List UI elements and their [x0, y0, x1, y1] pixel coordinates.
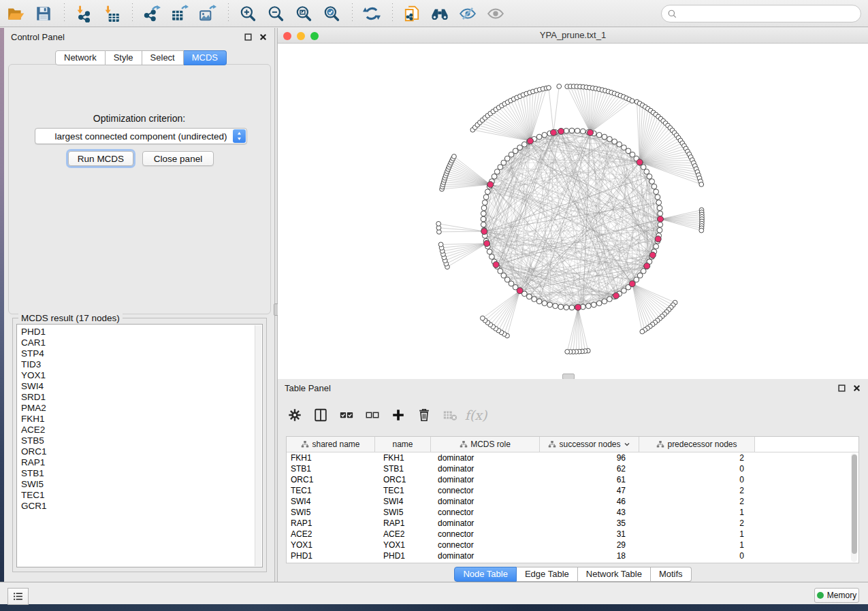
- mcds-result-item[interactable]: CAR1: [21, 337, 262, 348]
- tab-network-table[interactable]: Network Table: [578, 567, 651, 582]
- graph-node[interactable]: [602, 134, 607, 139]
- select-all-rows-button[interactable]: [338, 406, 355, 424]
- clone-network-button[interactable]: [402, 3, 422, 24]
- search-binoculars-button[interactable]: [430, 3, 450, 24]
- mcds-result-item[interactable]: STB5: [21, 435, 262, 446]
- graph-node[interactable]: [656, 200, 662, 205]
- graph-node[interactable]: [521, 142, 527, 147]
- graph-node[interactable]: [569, 128, 575, 133]
- table-scrollbar-thumb[interactable]: [852, 455, 857, 554]
- maximize-window-icon[interactable]: [310, 32, 319, 40]
- table-row[interactable]: FKH1FKH1dominator962: [287, 452, 858, 463]
- table-row[interactable]: ORC1ORC1dominator610: [287, 474, 858, 485]
- deselect-all-rows-button[interactable]: [364, 406, 381, 424]
- graph-dominator-node[interactable]: [550, 129, 556, 135]
- graph-node[interactable]: [481, 216, 486, 222]
- tab-style[interactable]: Style: [106, 50, 142, 65]
- mcds-list-scrollbar[interactable]: [255, 325, 261, 566]
- graph-dominator-node[interactable]: [629, 281, 635, 287]
- tab-select[interactable]: Select: [142, 50, 184, 65]
- graph-dominator-node[interactable]: [484, 240, 490, 246]
- table-row[interactable]: SWI5SWI5connector431: [287, 507, 858, 518]
- graph-node[interactable]: [647, 174, 652, 179]
- close-window-icon[interactable]: [283, 32, 291, 40]
- mcds-result-item[interactable]: GCR1: [21, 501, 262, 512]
- network-canvas[interactable]: [278, 44, 868, 379]
- mcds-result-item[interactable]: STB1: [21, 468, 262, 479]
- tab-mcds[interactable]: MCDS: [184, 50, 227, 65]
- table-row[interactable]: SWI4SWI4dominator462: [287, 496, 858, 507]
- refresh-layout-button[interactable]: [361, 3, 382, 24]
- close-panel-icon[interactable]: [259, 33, 268, 42]
- graph-node[interactable]: [575, 128, 580, 133]
- graph-dominator-node[interactable]: [655, 236, 661, 242]
- graph-dominator-node[interactable]: [637, 159, 643, 165]
- mcds-result-item[interactable]: SWI4: [21, 381, 262, 392]
- delete-row-button[interactable]: [415, 406, 433, 424]
- hide-selected-button[interactable]: [457, 3, 478, 24]
- export-image-button[interactable]: [197, 3, 218, 24]
- graph-node[interactable]: [591, 302, 596, 308]
- mcds-result-item[interactable]: SWI5: [21, 479, 262, 490]
- graph-node[interactable]: [622, 288, 627, 293]
- graph-node[interactable]: [658, 211, 663, 216]
- panel-list-button[interactable]: [7, 588, 29, 605]
- graph-node[interactable]: [481, 205, 487, 211]
- search-box[interactable]: [661, 5, 861, 22]
- column-selector-button[interactable]: [312, 406, 329, 424]
- column-header-name[interactable]: name: [375, 437, 431, 452]
- graph-node[interactable]: [602, 299, 607, 304]
- graph-leaf-node[interactable]: [699, 228, 704, 233]
- table-row[interactable]: TEC1TEC1connector472: [287, 485, 858, 496]
- graph-node[interactable]: [483, 195, 489, 200]
- export-network-button[interactable]: [142, 3, 162, 24]
- close-panel-button[interactable]: Close panel: [142, 151, 214, 166]
- zoom-fit-button[interactable]: [293, 3, 314, 24]
- graph-node[interactable]: [585, 303, 591, 309]
- graph-dominator-node[interactable]: [558, 128, 564, 134]
- graph-node[interactable]: [564, 305, 569, 310]
- zoom-out-button[interactable]: [266, 3, 286, 24]
- graph-dominator-node[interactable]: [575, 304, 581, 310]
- graph-node[interactable]: [553, 303, 558, 309]
- graph-node[interactable]: [558, 304, 564, 310]
- mcds-result-item[interactable]: PHD1: [21, 327, 262, 337]
- graph-node[interactable]: [481, 222, 486, 227]
- mcds-result-list[interactable]: PHD1CAR1STP4TID3YOX1SWI4SRD1PMA2FKH1ACE2…: [16, 324, 263, 567]
- graph-node[interactable]: [536, 134, 542, 139]
- graph-node[interactable]: [542, 132, 547, 137]
- minimize-window-icon[interactable]: [297, 32, 305, 40]
- graph-leaf-node[interactable]: [640, 329, 645, 334]
- graph-node[interactable]: [607, 297, 612, 302]
- graph-node[interactable]: [654, 189, 659, 195]
- graph-node[interactable]: [482, 200, 487, 205]
- table-row[interactable]: PHD1PHD1dominator180: [287, 550, 858, 561]
- tab-edge-table[interactable]: Edge Table: [517, 567, 578, 582]
- graph-leaf-node[interactable]: [547, 86, 551, 90]
- memory-button[interactable]: Memory: [814, 588, 859, 603]
- graph-node[interactable]: [532, 297, 537, 302]
- graph-leaf-node[interactable]: [565, 349, 570, 354]
- tab-network[interactable]: Network: [55, 50, 106, 65]
- graph-leaf-node[interactable]: [557, 84, 562, 89]
- graph-node[interactable]: [607, 136, 612, 142]
- graph-node[interactable]: [655, 195, 660, 200]
- table-row[interactable]: YOX1YOX1connector291: [287, 540, 858, 550]
- mcds-result-item[interactable]: STP4: [21, 348, 262, 359]
- graph-node[interactable]: [569, 305, 575, 310]
- mcds-result-item[interactable]: ORC1: [21, 446, 262, 457]
- graph-dominator-node[interactable]: [527, 138, 533, 144]
- column-header-MCDS-role[interactable]: MCDS role: [431, 437, 540, 452]
- tab-motifs[interactable]: Motifs: [651, 567, 692, 582]
- column-header-shared-name[interactable]: shared name: [287, 437, 375, 452]
- mcds-result-item[interactable]: PMA2: [21, 403, 262, 414]
- graph-node[interactable]: [580, 129, 585, 134]
- graph-leaf-node[interactable]: [436, 221, 441, 226]
- graph-node[interactable]: [617, 142, 622, 147]
- graph-leaf-node[interactable]: [480, 316, 485, 320]
- mcds-result-item[interactable]: RAP1: [21, 457, 262, 468]
- table-row[interactable]: STB1STB1dominator620: [287, 463, 858, 474]
- graph-node[interactable]: [658, 222, 663, 227]
- run-mcds-button[interactable]: Run MCDS: [68, 151, 133, 166]
- table-settings-button[interactable]: [286, 406, 304, 424]
